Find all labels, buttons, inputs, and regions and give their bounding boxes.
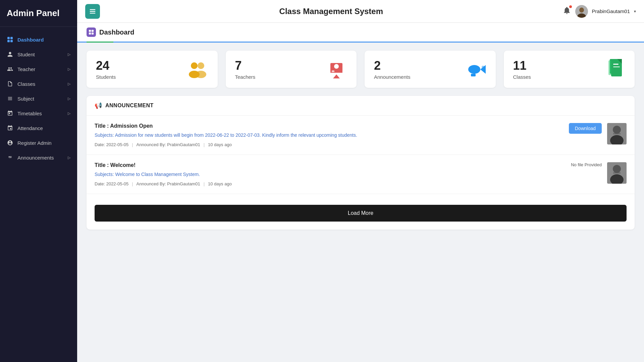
classes-icon: [608, 59, 625, 80]
svg-rect-10: [89, 30, 91, 32]
stat-info-announcements: 2 Announcements: [374, 59, 410, 80]
sidebar: Admin Panel Dashboard Student ▷: [0, 0, 77, 362]
classes-count: 11: [513, 59, 531, 73]
svg-point-38: [613, 165, 621, 173]
svg-rect-2: [7, 40, 10, 42]
announcement-date-1: Date: 2022-05-05: [95, 142, 128, 147]
stat-card-classes: 11 Classes: [504, 51, 635, 88]
content-area: Dashboard 24 Students: [77, 23, 644, 362]
stat-info-teachers: 7 Teachers: [235, 59, 256, 80]
chevron-right-icon: ▷: [68, 156, 70, 160]
chevron-right-icon: ▷: [68, 97, 70, 101]
students-count: 24: [96, 59, 116, 73]
meta-sep: |: [132, 142, 133, 147]
sidebar-item-label: Announcements: [17, 155, 54, 161]
svg-point-26: [482, 66, 484, 68]
svg-rect-13: [92, 33, 94, 35]
sidebar-item-classes[interactable]: Classes ▷: [0, 76, 77, 91]
stat-card-announcements: 2 Announcements: [365, 51, 496, 88]
svg-rect-36: [613, 133, 621, 134]
announcement-meta-1: Date: 2022-05-05 | Announced By: PrabinG…: [95, 142, 564, 147]
app-header-title: Class Management System: [105, 7, 557, 16]
student-icon: [7, 51, 13, 58]
stats-row: 24 Students 7 Teachers: [77, 43, 644, 96]
meta-sep: |: [204, 181, 205, 186]
sidebar-item-dashboard[interactable]: Dashboard: [0, 32, 77, 47]
announcement-meta-2: Date: 2022-05-05 | Announced By: PrabinG…: [95, 181, 566, 186]
avatar: [575, 5, 588, 18]
announcement-time-2: 10 days ago: [208, 181, 232, 186]
dropdown-arrow-icon[interactable]: ▾: [634, 9, 636, 14]
teachers-icon: [326, 60, 347, 78]
announcement-subject-1: Subjects: Admission for new students wil…: [95, 132, 564, 139]
announcement-actions-2: No file Provided: [571, 162, 602, 167]
teacher-icon: [7, 66, 13, 72]
sidebar-item-announcements[interactable]: Announcements ▷: [0, 150, 77, 165]
announcement-title-2: Title : Welcome!: [95, 162, 566, 168]
spacer: [87, 194, 635, 199]
sidebar-item-subject[interactable]: Subject ▷: [0, 91, 77, 106]
students-label: Students: [96, 74, 116, 80]
notification-badge: [569, 5, 572, 8]
subject-icon: [7, 95, 13, 102]
sidebar-item-label: Subject: [17, 96, 34, 102]
sidebar-item-label: Timetables: [17, 111, 42, 116]
page-header: Dashboard: [77, 23, 644, 43]
teachers-count: 7: [235, 59, 256, 73]
chevron-right-icon: ▷: [68, 52, 70, 57]
announcement-item: Title : Admission Open Subjects: Admissi…: [87, 116, 635, 155]
svg-rect-5: [90, 11, 96, 11]
attendance-icon: [7, 125, 13, 131]
svg-rect-30: [613, 64, 619, 65]
svg-rect-40: [613, 172, 621, 174]
svg-rect-0: [7, 37, 10, 39]
svg-point-14: [191, 62, 198, 69]
chevron-right-icon: ▷: [68, 82, 70, 86]
svg-rect-25: [471, 74, 476, 76]
chevron-right-icon: ▷: [68, 111, 70, 116]
sidebar-item-label: Classes: [17, 81, 35, 87]
grid-icon: [7, 36, 13, 43]
app-title: Admin Panel: [0, 0, 77, 27]
sidebar-item-attendance[interactable]: Attendance: [0, 121, 77, 135]
load-more-button[interactable]: Load More: [95, 205, 627, 222]
chevron-right-icon: ▷: [68, 67, 70, 71]
announcement-header-icon: 📢: [95, 102, 102, 109]
announcement-header-title: ANNOUNCEMENT: [105, 103, 154, 109]
students-icon: [187, 60, 208, 78]
svg-point-19: [334, 64, 339, 69]
svg-point-15: [198, 62, 204, 69]
sidebar-item-label: Student: [17, 52, 35, 57]
announcement-header: 📢 ANNOUNCEMENT: [87, 96, 635, 116]
no-file-text: No file Provided: [571, 162, 602, 167]
sidebar-item-label: Attendance: [17, 125, 43, 131]
announcements-icon: [465, 60, 486, 78]
announcement-title-1: Title : Admission Open: [95, 123, 564, 129]
svg-point-17: [196, 71, 206, 78]
svg-point-34: [613, 126, 621, 134]
timetable-icon: [7, 110, 13, 117]
user-photo-2: [607, 162, 627, 184]
announcement-icon: [7, 154, 13, 161]
download-button-1[interactable]: Download: [569, 123, 602, 134]
dashboard-page-icon: [87, 27, 96, 37]
teachers-label: Teachers: [235, 74, 256, 80]
svg-rect-29: [611, 60, 622, 76]
page-title: Dashboard: [99, 28, 134, 36]
menu-toggle-button[interactable]: [85, 4, 100, 19]
classes-icon: [7, 80, 13, 87]
stat-info-students: 24 Students: [96, 59, 116, 80]
svg-rect-31: [613, 66, 620, 67]
sidebar-item-teacher[interactable]: Teacher ▷: [0, 62, 77, 76]
stat-card-teachers: 7 Teachers: [226, 51, 357, 88]
meta-sep: |: [132, 181, 133, 186]
sidebar-item-student[interactable]: Student ▷: [0, 47, 77, 62]
classes-label: Classes: [513, 74, 531, 80]
sidebar-item-timetables[interactable]: Timetables ▷: [0, 106, 77, 121]
svg-rect-11: [92, 30, 94, 32]
load-more-area: Load More: [87, 199, 635, 230]
sidebar-item-register-admin[interactable]: Register Admin: [0, 135, 77, 150]
svg-marker-22: [333, 74, 340, 78]
announcement-subject-2: Subjects: Welcome to Class Management Sy…: [95, 171, 566, 178]
notification-button[interactable]: [562, 6, 571, 17]
